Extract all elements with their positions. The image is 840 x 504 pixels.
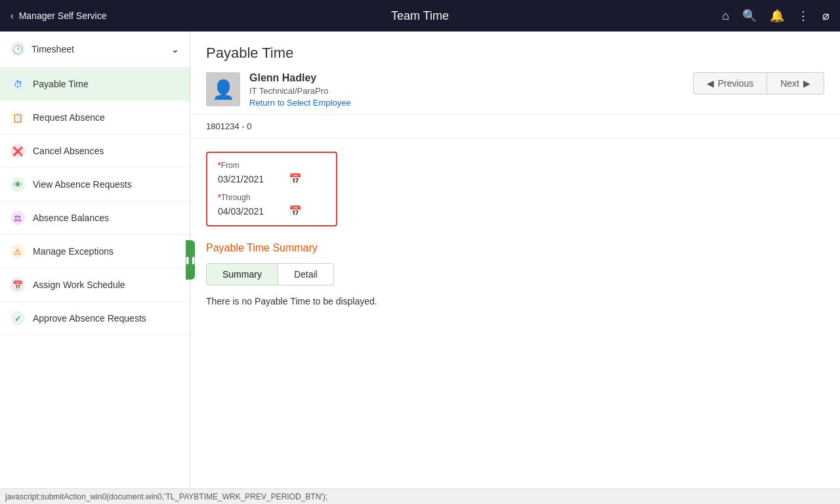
- employee-section: 👤 Glenn Hadley IT Technical/ParaPro Retu…: [206, 72, 824, 108]
- more-icon[interactable]: ⋮: [797, 9, 809, 23]
- back-label[interactable]: Manager Self Service: [19, 10, 107, 21]
- employee-name: Glenn Hadley: [249, 72, 351, 84]
- section-title: Payable Time Summary: [206, 242, 824, 254]
- date-range-box: *From 📅 *Through 📅: [206, 152, 337, 226]
- sidebar-item-approve-absence-requests[interactable]: ✓ Approve Absence Requests: [0, 302, 190, 335]
- tab-detail[interactable]: Detail: [278, 263, 334, 285]
- sidebar-wrapper: 🕐 Timesheet ⌄ ⏱ Payable Time 📋 Request A…: [0, 32, 190, 488]
- through-date-field: *Through 📅: [218, 193, 326, 217]
- avatar: 👤: [206, 72, 240, 106]
- tabs: Summary Detail: [206, 263, 824, 285]
- sidebar-item-view-absence-requests[interactable]: 👁 View Absence Requests: [0, 168, 190, 201]
- sidebar-item-request-absence[interactable]: 📋 Request Absence: [0, 101, 190, 135]
- from-calendar-icon[interactable]: 📅: [289, 173, 302, 185]
- main-layout: 🕐 Timesheet ⌄ ⏱ Payable Time 📋 Request A…: [0, 32, 840, 488]
- nav-buttons: ◀ Previous Next ▶: [693, 72, 824, 94]
- sidebar-item-absence-balances[interactable]: ⚖ Absence Balances: [0, 201, 190, 235]
- sidebar-item-cancel-absences[interactable]: ❌ Cancel Absences: [0, 135, 190, 168]
- statusbar: javascript:submitAction_win0(document.wi…: [0, 488, 840, 504]
- sidebar-timesheet-left: 🕐 Timesheet: [10, 42, 74, 56]
- return-to-select-employee-link[interactable]: Return to Select Employee: [249, 98, 351, 108]
- sidebar-timesheet-label: Timesheet: [32, 44, 74, 54]
- view-absence-requests-icon: 👁: [10, 177, 25, 192]
- sidebar-item-view-absence-requests-label: View Absence Requests: [33, 179, 132, 190]
- sidebar-timesheet-header[interactable]: 🕐 Timesheet ⌄: [0, 32, 190, 68]
- content-header: Payable Time 👤 Glenn Hadley IT Technical…: [190, 32, 840, 115]
- content-area: Payable Time 👤 Glenn Hadley IT Technical…: [190, 32, 840, 488]
- employee-id: 1801234 - 0: [190, 115, 840, 138]
- next-button[interactable]: Next ▶: [767, 72, 824, 94]
- through-label: *Through: [218, 193, 326, 202]
- avatar-person-icon: 👤: [212, 79, 235, 100]
- topbar-actions: ⌂ 🔍 🔔 ⋮ ⌀: [722, 9, 830, 23]
- page-header-title: Team Time: [391, 9, 449, 23]
- back-chevron-icon: ‹: [10, 10, 14, 21]
- statusbar-text: javascript:submitAction_win0(document.wi…: [5, 492, 327, 501]
- from-date-input-row: 📅: [218, 173, 326, 185]
- employee-role: IT Technical/ParaPro: [249, 86, 351, 96]
- no-data-message: There is no Payable Time to be displayed…: [206, 296, 824, 306]
- assign-work-schedule-icon: 📅: [10, 278, 25, 292]
- from-date-field: *From 📅: [218, 161, 326, 185]
- timesheet-icon: 🕐: [10, 42, 25, 56]
- payable-time-icon: ⏱: [10, 77, 25, 91]
- from-label: *From: [218, 161, 326, 170]
- next-chevron-icon: ▶: [803, 78, 810, 89]
- sidebar-item-manage-exceptions[interactable]: ⚠ Manage Exceptions: [0, 235, 190, 268]
- topbar: ‹ Manager Self Service Team Time ⌂ 🔍 🔔 ⋮…: [0, 0, 840, 32]
- sidebar-item-absence-balances-label: Absence Balances: [33, 213, 109, 223]
- content-body: *From 📅 *Through 📅: [190, 138, 840, 320]
- tab-detail-label: Detail: [294, 269, 318, 280]
- previous-label: Previous: [718, 78, 753, 89]
- tab-summary-label: Summary: [222, 269, 262, 280]
- sidebar-item-assign-work-schedule[interactable]: 📅 Assign Work Schedule: [0, 268, 190, 302]
- tab-summary[interactable]: Summary: [206, 263, 278, 285]
- manage-exceptions-icon: ⚠: [10, 244, 25, 259]
- through-calendar-icon[interactable]: 📅: [289, 205, 302, 217]
- home-icon[interactable]: ⌂: [722, 9, 729, 23]
- bell-icon[interactable]: 🔔: [770, 9, 784, 23]
- request-absence-icon: 📋: [10, 110, 25, 125]
- from-date-input[interactable]: [218, 174, 284, 184]
- sidebar-item-manage-exceptions-label: Manage Exceptions: [33, 246, 114, 257]
- sidebar-item-cancel-absences-label: Cancel Absences: [33, 146, 104, 156]
- page-title: Payable Time: [206, 45, 824, 62]
- timesheet-chevron-down-icon: ⌄: [171, 44, 179, 54]
- sidebar-collapse-handle[interactable]: ❚❚: [186, 240, 195, 280]
- sidebar-item-approve-absence-requests-label: Approve Absence Requests: [33, 313, 146, 324]
- previous-button[interactable]: ◀ Previous: [693, 72, 767, 94]
- sidebar-item-request-absence-label: Request Absence: [33, 112, 105, 123]
- sidebar-item-payable-time[interactable]: ⏱ Payable Time: [0, 68, 190, 101]
- back-nav[interactable]: ‹ Manager Self Service: [10, 10, 107, 21]
- through-date-input-row: 📅: [218, 205, 326, 217]
- search-icon[interactable]: 🔍: [742, 9, 757, 23]
- block-icon[interactable]: ⌀: [822, 9, 830, 23]
- absence-balances-icon: ⚖: [10, 211, 25, 225]
- sidebar-item-payable-time-label: Payable Time: [33, 79, 89, 89]
- previous-chevron-icon: ◀: [707, 78, 714, 89]
- approve-absence-requests-icon: ✓: [10, 311, 25, 326]
- sidebar-item-assign-work-schedule-label: Assign Work Schedule: [33, 280, 125, 290]
- employee-details: Glenn Hadley IT Technical/ParaPro Return…: [249, 72, 351, 108]
- sidebar: 🕐 Timesheet ⌄ ⏱ Payable Time 📋 Request A…: [0, 32, 190, 488]
- next-label: Next: [780, 78, 799, 89]
- through-date-input[interactable]: [218, 206, 284, 217]
- cancel-absences-icon: ❌: [10, 144, 25, 158]
- employee-info: 👤 Glenn Hadley IT Technical/ParaPro Retu…: [206, 72, 351, 108]
